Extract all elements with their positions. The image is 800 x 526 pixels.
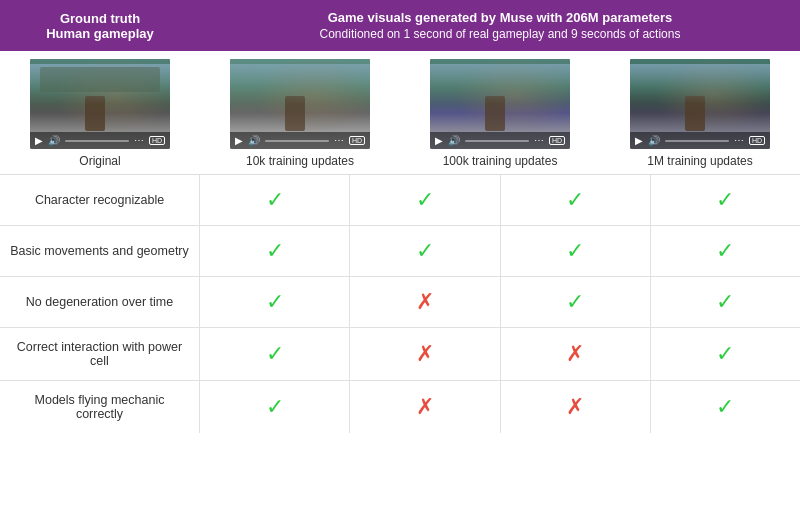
hd-badge: HD	[749, 136, 765, 145]
more-icon[interactable]: ⋯	[734, 135, 744, 146]
row-cell-4-1: ✗	[350, 381, 500, 433]
play-icon[interactable]: ▶	[35, 135, 43, 146]
row-cell-2-1: ✗	[350, 277, 500, 327]
header-left: Ground truth Human gameplay	[0, 0, 200, 51]
progress-bar[interactable]	[65, 140, 129, 142]
row-cell-1-2: ✓	[501, 226, 651, 276]
cross-icon: ✗	[566, 341, 584, 367]
check-icon: ✓	[416, 238, 434, 264]
cross-icon: ✗	[566, 394, 584, 420]
scene-sky	[430, 64, 570, 104]
video-controls-10k: ▶ 🔊 ⋯ HD	[230, 132, 370, 149]
volume-icon[interactable]: 🔊	[648, 135, 660, 146]
row-label-2: No degeneration over time	[0, 277, 200, 327]
cross-icon: ✗	[416, 394, 434, 420]
table-row-1: Basic movements and geometry ✓ ✓ ✓ ✓	[0, 226, 800, 277]
row-label-4: Models flying mechanic correctly	[0, 381, 200, 433]
video-thumb-10k[interactable]: ▶ 🔊 ⋯ HD	[230, 59, 370, 149]
row-cell-3-3: ✓	[651, 328, 800, 380]
video-cell-100k: ▶ 🔊 ⋯ HD 100k training updates	[400, 51, 600, 174]
play-icon[interactable]: ▶	[435, 135, 443, 146]
check-icon: ✓	[266, 238, 284, 264]
row-cell-4-0: ✓	[200, 381, 350, 433]
video-row: ▶ 🔊 ⋯ HD Original ▶ 🔊	[0, 51, 800, 175]
row-cell-2-0: ✓	[200, 277, 350, 327]
volume-icon[interactable]: 🔊	[248, 135, 260, 146]
table-row-4: Models flying mechanic correctly ✓ ✗ ✗ ✓	[0, 381, 800, 433]
row-cell-4-3: ✓	[651, 381, 800, 433]
header-right-line1: Game visuals generated by Muse with 206M…	[320, 10, 681, 25]
check-icon: ✓	[566, 289, 584, 315]
more-icon[interactable]: ⋯	[534, 135, 544, 146]
scene-sky	[630, 64, 770, 104]
row-cell-1-0: ✓	[200, 226, 350, 276]
video-cell-10k: ▶ 🔊 ⋯ HD 10k training updates	[200, 51, 400, 174]
check-icon: ✓	[566, 187, 584, 213]
cross-icon: ✗	[416, 289, 434, 315]
row-cell-3-1: ✗	[350, 328, 500, 380]
header-right-line2: Conditioned on 1 second of real gameplay…	[320, 27, 681, 41]
row-label-3: Correct interaction with power cell	[0, 328, 200, 380]
video-cell-original: ▶ 🔊 ⋯ HD Original	[0, 51, 200, 174]
check-icon: ✓	[566, 238, 584, 264]
row-label-1: Basic movements and geometry	[0, 226, 200, 276]
row-cell-3-0: ✓	[200, 328, 350, 380]
hd-badge: HD	[549, 136, 565, 145]
row-cell-0-0: ✓	[200, 175, 350, 225]
header-left-line1: Ground truth	[46, 11, 154, 26]
check-icon: ✓	[716, 394, 734, 420]
check-icon: ✓	[716, 341, 734, 367]
hd-badge: HD	[349, 136, 365, 145]
play-icon[interactable]: ▶	[635, 135, 643, 146]
check-icon: ✓	[266, 341, 284, 367]
check-icon: ✓	[716, 238, 734, 264]
row-cell-0-3: ✓	[651, 175, 800, 225]
row-cell-1-1: ✓	[350, 226, 500, 276]
check-icon: ✓	[716, 187, 734, 213]
scene-building	[40, 67, 160, 92]
table-section: Character recognizable ✓ ✓ ✓ ✓ Basic mov…	[0, 175, 800, 433]
check-icon: ✓	[716, 289, 734, 315]
volume-icon[interactable]: 🔊	[48, 135, 60, 146]
more-icon[interactable]: ⋯	[134, 135, 144, 146]
row-cell-1-3: ✓	[651, 226, 800, 276]
check-icon: ✓	[266, 289, 284, 315]
hd-badge: HD	[149, 136, 165, 145]
play-icon[interactable]: ▶	[235, 135, 243, 146]
more-icon[interactable]: ⋯	[334, 135, 344, 146]
video-label-1m: 1M training updates	[647, 154, 752, 168]
main-container: Ground truth Human gameplay Game visuals…	[0, 0, 800, 433]
video-label-10k: 10k training updates	[246, 154, 354, 168]
video-thumb-original[interactable]: ▶ 🔊 ⋯ HD	[30, 59, 170, 149]
check-icon: ✓	[266, 394, 284, 420]
row-cell-2-2: ✓	[501, 277, 651, 327]
volume-icon[interactable]: 🔊	[448, 135, 460, 146]
row-cell-0-2: ✓	[501, 175, 651, 225]
video-label-original: Original	[79, 154, 120, 168]
row-cell-3-2: ✗	[501, 328, 651, 380]
video-thumb-1m[interactable]: ▶ 🔊 ⋯ HD	[630, 59, 770, 149]
table-row-2: No degeneration over time ✓ ✗ ✓ ✓	[0, 277, 800, 328]
video-thumb-100k[interactable]: ▶ 🔊 ⋯ HD	[430, 59, 570, 149]
header-left-line2: Human gameplay	[46, 26, 154, 41]
row-label-0: Character recognizable	[0, 175, 200, 225]
check-icon: ✓	[416, 187, 434, 213]
progress-bar[interactable]	[465, 140, 529, 142]
row-cell-0-1: ✓	[350, 175, 500, 225]
video-controls-100k: ▶ 🔊 ⋯ HD	[430, 132, 570, 149]
table-row-0: Character recognizable ✓ ✓ ✓ ✓	[0, 175, 800, 226]
video-controls-original: ▶ 🔊 ⋯ HD	[30, 132, 170, 149]
row-cell-2-3: ✓	[651, 277, 800, 327]
check-icon: ✓	[266, 187, 284, 213]
table-row-3: Correct interaction with power cell ✓ ✗ …	[0, 328, 800, 381]
video-cell-1m: ▶ 🔊 ⋯ HD 1M training updates	[600, 51, 800, 174]
cross-icon: ✗	[416, 341, 434, 367]
header-right: Game visuals generated by Muse with 206M…	[200, 0, 800, 51]
header-row: Ground truth Human gameplay Game visuals…	[0, 0, 800, 51]
row-cell-4-2: ✗	[501, 381, 651, 433]
scene-sky	[230, 64, 370, 104]
progress-bar[interactable]	[665, 140, 729, 142]
video-controls-1m: ▶ 🔊 ⋯ HD	[630, 132, 770, 149]
video-label-100k: 100k training updates	[443, 154, 558, 168]
progress-bar[interactable]	[265, 140, 329, 142]
